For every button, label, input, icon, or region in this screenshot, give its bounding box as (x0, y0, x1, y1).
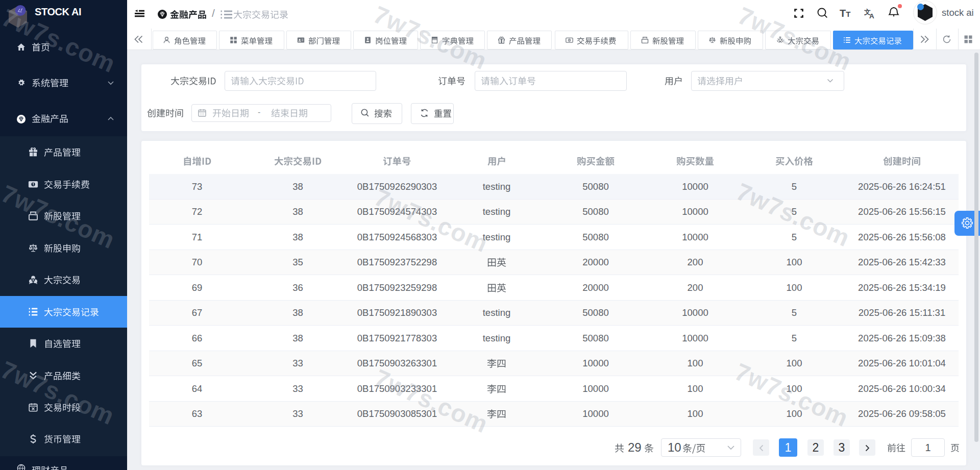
svg-text:A: A (869, 12, 874, 19)
